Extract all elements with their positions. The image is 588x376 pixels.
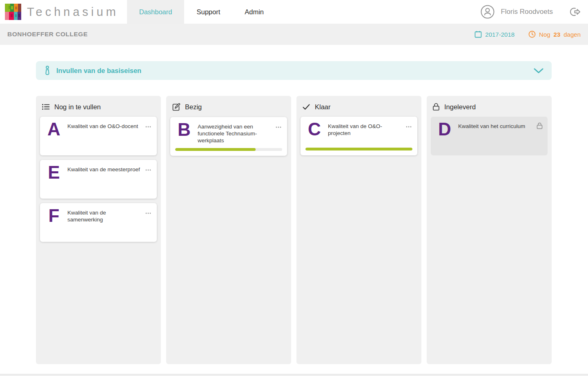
ellipsis-icon <box>145 212 151 214</box>
kanban-column: Bezig B Aanwezigheid van een functionele… <box>166 96 291 364</box>
lock-icon <box>432 103 440 111</box>
column-title: Klaar <box>315 103 331 111</box>
card-main: D Kwaliteit van het curriculum <box>436 122 543 150</box>
card-title: Kwaliteit van de O&O-projecten <box>328 122 401 144</box>
basiseisen-banner[interactable]: Invullen van de basiseisen <box>36 61 552 80</box>
subheader: BONHOEFFER COLLEGE 2017-2018 Nog 23 dag <box>0 24 588 45</box>
card-main: A Kwaliteit van de O&O-docent <box>45 122 152 150</box>
kanban-column: Nog in te vullen A Kwaliteit van de O&O-… <box>36 96 161 364</box>
kanban-column: Ingeleverd D Kwaliteit van het curriculu… <box>427 96 552 364</box>
card-title: Aanwezigheid van een functionele Technas… <box>198 122 270 144</box>
card-menu-button[interactable] <box>145 165 152 171</box>
kanban-card[interactable]: D Kwaliteit van het curriculum <box>431 117 548 155</box>
progress-bar-fill <box>175 148 256 151</box>
column-header: Klaar <box>296 96 421 117</box>
ellipsis-icon <box>276 126 281 128</box>
main-content: Invullen van de basiseisen Nog in te vul… <box>0 45 588 364</box>
card-title: Kwaliteit van de meesterproef <box>67 165 140 194</box>
edit-icon <box>172 103 180 111</box>
app-header: Technasium DashboardSupportAdmin Floris … <box>0 0 588 24</box>
card-menu-button[interactable] <box>145 208 152 214</box>
brand-name: Technasium <box>27 5 119 19</box>
nav-tab-admin[interactable]: Admin <box>232 0 276 24</box>
kanban-card[interactable]: F Kwaliteit van de samenwerking <box>40 203 157 242</box>
days-remaining: Nog 23 dagen <box>528 31 581 38</box>
card-lock-icon <box>537 122 543 129</box>
avatar-icon[interactable] <box>480 4 495 19</box>
kanban-column: Klaar C Kwaliteit van de O&O-projecten <box>296 96 421 364</box>
kanban-card[interactable]: B Aanwezigheid van een functionele Techn… <box>170 117 287 156</box>
user-area: Floris Roodvoets <box>480 0 588 24</box>
column-title: Nog in te vullen <box>54 103 101 111</box>
school-year-label: 2017-2018 <box>485 31 514 38</box>
check-icon <box>302 103 310 111</box>
ellipsis-icon <box>145 126 151 128</box>
column-cards: A Kwaliteit van de O&O-docent E Kwalitei… <box>36 117 161 242</box>
card-main: B Aanwezigheid van een functionele Techn… <box>175 122 282 144</box>
card-title: Kwaliteit van de O&O-docent <box>67 122 140 150</box>
brand: Technasium <box>0 0 127 24</box>
card-menu-button[interactable] <box>405 122 412 128</box>
days-prefix: Nog <box>539 31 550 38</box>
column-cards: D Kwaliteit van het curriculum <box>427 117 552 155</box>
subheader-right: 2017-2018 Nog 23 dagen <box>474 31 581 38</box>
card-title: Kwaliteit van het curriculum <box>458 122 532 150</box>
logout-icon <box>570 7 581 17</box>
days-suffix: dagen <box>564 31 581 38</box>
column-header: Ingeleverd <box>427 96 552 117</box>
card-main: F Kwaliteit van de samenwerking <box>45 208 152 237</box>
school-year-selector[interactable]: 2017-2018 <box>474 31 514 38</box>
nav-tab-dashboard[interactable]: Dashboard <box>127 0 185 24</box>
card-menu-button[interactable] <box>145 122 152 128</box>
kanban-card[interactable]: E Kwaliteit van de meesterproef <box>40 160 157 199</box>
column-title: Ingeleverd <box>444 103 476 111</box>
calendar-icon <box>474 31 482 38</box>
progress-bar-fill <box>305 148 412 150</box>
card-letter: F <box>45 208 63 237</box>
column-cards: B Aanwezigheid van een functionele Techn… <box>166 117 291 156</box>
ellipsis-icon <box>406 126 412 128</box>
card-menu-button[interactable] <box>275 122 282 128</box>
user-name: Floris Roodvoets <box>501 8 553 16</box>
logout-button[interactable] <box>570 7 581 17</box>
progress-bar <box>175 148 282 151</box>
kanban-card[interactable]: C Kwaliteit van de O&O-projecten <box>301 117 417 155</box>
card-main: C Kwaliteit van de O&O-projecten <box>305 122 412 144</box>
list-icon <box>42 103 50 111</box>
school-name: BONHOEFFER COLLEGE <box>7 31 88 38</box>
clock-icon <box>528 31 536 38</box>
card-letter: A <box>45 122 63 150</box>
info-icon <box>44 66 51 76</box>
progress-bar <box>305 148 412 150</box>
kanban-board: Nog in te vullen A Kwaliteit van de O&O-… <box>36 96 552 364</box>
column-cards: C Kwaliteit van de O&O-projecten <box>296 117 421 155</box>
days-count: 23 <box>554 31 561 38</box>
card-letter: C <box>305 122 323 144</box>
banner-title: Invullen van de basiseisen <box>56 67 528 75</box>
technasium-logo-icon <box>5 4 21 20</box>
column-header: Nog in te vullen <box>36 96 161 117</box>
main-nav: DashboardSupportAdmin <box>127 0 276 24</box>
card-title: Kwaliteit van de samenwerking <box>67 208 140 237</box>
column-header: Bezig <box>166 96 291 117</box>
card-main: E Kwaliteit van de meesterproef <box>45 165 152 194</box>
card-letter: D <box>436 122 454 150</box>
page-footer <box>0 374 588 376</box>
card-letter: B <box>175 122 193 144</box>
kanban-card[interactable]: A Kwaliteit van de O&O-docent <box>40 117 157 155</box>
chevron-down-icon[interactable] <box>534 68 543 73</box>
column-title: Bezig <box>185 103 202 111</box>
ellipsis-icon <box>145 169 151 171</box>
card-letter: E <box>45 165 63 194</box>
nav-tab-support[interactable]: Support <box>184 0 232 24</box>
